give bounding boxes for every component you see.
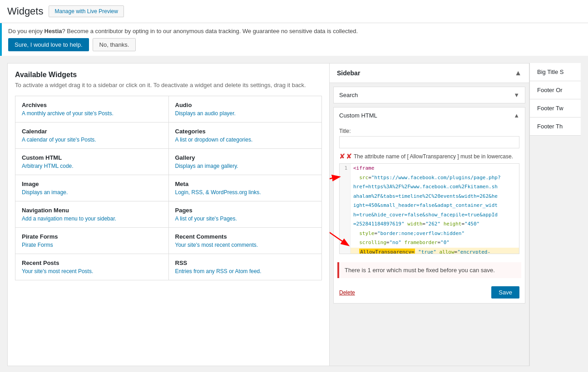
- error-tooltip-row: ✘ ✘ The attribute name of [ AllowTranspa…: [339, 152, 519, 161]
- available-widgets-title: Available Widgets: [15, 71, 322, 79]
- sidebar-header[interactable]: Sidebar ▲: [330, 64, 529, 83]
- code-line-4: ahalam%2F&tabs=timeline%2C%20events&widt…: [340, 192, 519, 201]
- title-label: Title:: [339, 128, 519, 134]
- widget-desc: A list or dropdown of categories.: [175, 137, 316, 143]
- code-line-8: style="border:none;overflow:hidden": [340, 229, 519, 239]
- code-line-3: href=https%3A%2F%2Fwww.facebook.com%2Fki…: [340, 182, 519, 192]
- widget-name: Recent Posts: [22, 259, 162, 266]
- code-editor[interactable]: 1 <iframe src="https://www.facebook.com/…: [339, 163, 519, 254]
- widget-recent-comments[interactable]: Recent Comments Your site's most recent …: [169, 228, 322, 254]
- custom-html-widget-title: Custom HTML: [339, 112, 377, 119]
- widget-name: RSS: [175, 259, 316, 266]
- code-line-2: src="https://www.facebook.com/plugins/pa…: [340, 173, 519, 183]
- notice-no-button[interactable]: No, thanks.: [93, 38, 136, 51]
- far-right-title-3: Footer Tw: [537, 105, 563, 112]
- code-line-6: h=true&hide_cover=false&show_facepile=tr…: [340, 210, 519, 220]
- far-right-panel-footer-or[interactable]: Footer Or: [530, 81, 581, 99]
- sidebar-panel-title: Sidebar: [337, 69, 360, 77]
- save-button[interactable]: Save: [491, 286, 519, 299]
- widget-audio[interactable]: Audio Displays an audio player.: [169, 96, 322, 122]
- code-line-9: scrolling="no" frameborder="0": [340, 238, 519, 248]
- widget-name: Audio: [175, 102, 316, 108]
- widget-categories[interactable]: Categories A list or dropdown of categor…: [169, 122, 322, 148]
- page-title: Widgets: [7, 5, 43, 17]
- widget-name: Meta: [175, 181, 316, 187]
- available-widgets-subtitle: To activate a widget drag it to a sideba…: [15, 82, 322, 88]
- widget-desc: Your site's most recent Posts.: [22, 268, 162, 274]
- widget-desc: Your site's most recent comments.: [175, 242, 316, 248]
- widget-name: Calendar: [22, 128, 162, 135]
- code-line-7: =252841184897619" width="262" height="45…: [340, 220, 519, 229]
- widget-archives[interactable]: Archives A monthly archive of your site'…: [15, 96, 168, 122]
- widget-meta[interactable]: Meta Login, RSS, & WordPress.org links.: [169, 175, 322, 201]
- widget-desc: Displays an audio player.: [175, 110, 316, 117]
- error-notice: There is 1 error which must be fixed bef…: [337, 262, 521, 278]
- widget-desc: Add a navigation menu to your sidebar.: [22, 215, 162, 222]
- widget-name: Categories: [175, 128, 316, 135]
- sidebar-panel: Sidebar ▲ Search ▼ Custom HTML ▲: [330, 63, 529, 366]
- page-wrapper: Widgets Manage with Live Preview Do you …: [0, 0, 588, 372]
- far-right-panel-footer-th[interactable]: Footer Th: [530, 117, 581, 136]
- available-widgets-panel: Available Widgets To activate a widget d…: [7, 63, 330, 366]
- widget-name: Navigation Menu: [22, 207, 162, 214]
- far-right-panels: Big Title S Footer Or Footer Tw Footer T…: [529, 63, 581, 366]
- widget-recent-posts[interactable]: Recent Posts Your site's most recent Pos…: [15, 254, 168, 280]
- custom-html-widget-body: Title: ✘ ✘ The attribute name of [ Allow…: [334, 123, 525, 259]
- widget-grid: Archives A monthly archive of your site'…: [15, 96, 322, 280]
- widget-name: Recent Comments: [175, 233, 316, 240]
- far-right-title-2: Footer Or: [537, 87, 563, 93]
- search-widget: Search ▼: [333, 87, 525, 103]
- widget-name: Archives: [22, 102, 162, 108]
- right-area: Sidebar ▲ Search ▼ Custom HTML ▲: [330, 63, 581, 366]
- widget-name: Custom HTML: [22, 154, 162, 161]
- chevron-down-icon: ▼: [514, 92, 519, 98]
- far-right-title-1: Big Title S: [537, 69, 564, 75]
- widget-pages[interactable]: Pages A list of your site's Pages.: [169, 201, 322, 227]
- page-header: Widgets Manage with Live Preview: [0, 0, 588, 23]
- widget-desc: Displays an image gallery.: [175, 163, 316, 169]
- far-right-title-4: Footer Th: [537, 123, 563, 130]
- notice-yes-button[interactable]: Sure, I would love to help.: [8, 38, 89, 51]
- widget-desc: Login, RSS, & WordPress.org links.: [175, 189, 316, 196]
- far-right-panel-footer-tw[interactable]: Footer Tw: [530, 99, 581, 117]
- widget-pirate-forms[interactable]: Pirate Forms Pirate Forms: [15, 228, 168, 254]
- delete-link[interactable]: Delete: [339, 289, 355, 296]
- widget-desc: Entries from any RSS or Atom feed.: [175, 268, 316, 274]
- widget-image[interactable]: Image Displays an image.: [15, 175, 168, 201]
- notice-bar: Do you enjoy Hestia? Become a contributo…: [0, 23, 588, 56]
- widget-rss[interactable]: RSS Entries from any RSS or Atom feed.: [169, 254, 322, 280]
- widget-footer: Delete Save: [334, 282, 525, 303]
- error-notice-text: There is 1 error which must be fixed bef…: [345, 267, 495, 274]
- widget-name: Image: [22, 181, 162, 187]
- title-input[interactable]: [339, 136, 519, 148]
- widget-calendar[interactable]: Calendar A calendar of your site's Posts…: [15, 122, 168, 148]
- widget-gallery[interactable]: Gallery Displays an image gallery.: [169, 149, 322, 175]
- error-circle-icon: ✘: [339, 152, 345, 161]
- widget-custom-html[interactable]: Custom HTML Arbitrary HTML code.: [15, 149, 168, 175]
- notice-text: Do you enjoy Hestia? Become a contributo…: [8, 28, 582, 34]
- search-widget-title: Search: [339, 92, 358, 98]
- widget-desc: Pirate Forms: [22, 242, 162, 248]
- code-line-5: ight=450&small_header=false&adapt_contai…: [340, 201, 519, 210]
- search-widget-header[interactable]: Search ▼: [334, 87, 525, 103]
- manage-live-preview-button[interactable]: Manage with Live Preview: [49, 5, 124, 17]
- chevron-up-sm-icon: ▲: [514, 112, 519, 119]
- main-content: Available Widgets To activate a widget d…: [0, 56, 588, 372]
- widget-desc: A list of your site's Pages.: [175, 215, 316, 222]
- error-tooltip-text: The attribute name of [ AllowTransparenc…: [354, 153, 513, 160]
- widget-name: Pages: [175, 207, 316, 214]
- widget-desc: Displays an image.: [22, 189, 162, 196]
- custom-html-widget: Custom HTML ▲ Title: ✘ ✘: [333, 107, 525, 303]
- chevron-up-icon: ▲: [514, 69, 522, 77]
- widget-name: Pirate Forms: [22, 233, 162, 240]
- custom-html-widget-header[interactable]: Custom HTML ▲: [334, 108, 525, 123]
- error-tooltip-container: ✘ ✘ The attribute name of [ AllowTranspa…: [339, 152, 519, 161]
- code-line-error: AllowTransparency= "true" allow="encrypt…: [340, 248, 519, 255]
- widget-desc: A monthly archive of your site's Posts.: [22, 110, 162, 117]
- notice-actions: Sure, I would love to help. No, thanks.: [8, 38, 582, 51]
- widget-navigation-menu[interactable]: Navigation Menu Add a navigation menu to…: [15, 201, 168, 227]
- widget-desc: Arbitrary HTML code.: [22, 163, 162, 169]
- code-line-1: 1 <iframe: [340, 164, 519, 173]
- far-right-panel-big-title[interactable]: Big Title S: [530, 63, 581, 81]
- widget-name: Gallery: [175, 154, 316, 161]
